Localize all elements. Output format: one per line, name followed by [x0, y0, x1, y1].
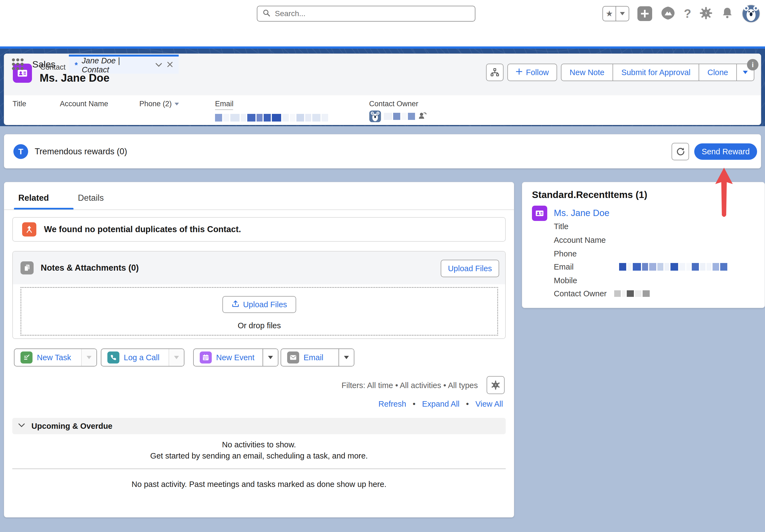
- submit-for-approval-button[interactable]: Submit for Approval: [612, 64, 699, 81]
- new-event-button-group: New Event: [193, 348, 279, 366]
- new-note-button[interactable]: New Note: [561, 64, 612, 81]
- recent-item-link[interactable]: Ms. Jane Doe: [554, 208, 609, 218]
- recent-items-title: Standard.RecentItems (1): [532, 189, 647, 200]
- plus-icon: [515, 68, 523, 77]
- email-dropdown[interactable]: [339, 349, 354, 366]
- duplicates-alert: We found no potential duplicates of this…: [12, 217, 506, 242]
- field-phone-label: Phone (2): [139, 100, 172, 108]
- notes-title: Notes & Attachments (0): [41, 252, 139, 284]
- separator-dot: •: [466, 399, 469, 408]
- sidebar-email-redacted: [619, 263, 727, 270]
- calendar-icon: [200, 351, 212, 363]
- field-phone[interactable]: Phone (2): [139, 100, 179, 108]
- upcoming-overdue-title: Upcoming & Overdue: [31, 422, 113, 431]
- tab-label: Jane Doe | Contact: [82, 56, 149, 74]
- favorites-dropdown-icon[interactable]: [615, 7, 629, 21]
- tremendous-logo-icon: T: [13, 144, 28, 159]
- global-actions-add-icon[interactable]: [637, 6, 652, 21]
- search-icon: [262, 9, 271, 19]
- new-task-dropdown[interactable]: [81, 349, 96, 366]
- rewards-panel-title: Tremendous rewards (0): [35, 134, 127, 169]
- new-task-button-group: New Task: [14, 348, 97, 366]
- change-owner-icon[interactable]: [418, 111, 427, 122]
- tab-related[interactable]: Related: [18, 193, 49, 203]
- search-input[interactable]: [275, 9, 470, 18]
- phone-icon: [107, 351, 119, 363]
- owner-avatar: [369, 110, 381, 122]
- merge-duplicates-icon: [22, 222, 36, 237]
- email-label: Email: [304, 353, 324, 362]
- tab-jane-doe-contact[interactable]: * Jane Doe | Contact: [69, 55, 179, 74]
- upload-files-button[interactable]: Upload Files: [441, 260, 499, 277]
- contact-entity-icon-small: [532, 206, 547, 221]
- sidebar-owner-label: Contact Owner: [554, 289, 606, 298]
- new-task-label: New Task: [37, 353, 71, 362]
- record-button-group: New Note Submit for Approval Clone: [561, 64, 754, 81]
- view-all-link[interactable]: View All: [475, 399, 503, 408]
- unsaved-marker: *: [74, 61, 77, 70]
- new-event-dropdown[interactable]: [263, 349, 278, 366]
- org-chart-button[interactable]: [486, 64, 503, 81]
- tab-close-icon[interactable]: [167, 61, 173, 70]
- header-icon-group: ★ ?: [602, 0, 760, 27]
- notifications-bell-icon[interactable]: [721, 7, 734, 21]
- email-button[interactable]: Email: [281, 349, 339, 366]
- log-call-dropdown[interactable]: [169, 349, 184, 366]
- new-event-button[interactable]: New Event: [194, 349, 263, 366]
- clone-button[interactable]: Clone: [699, 64, 736, 81]
- setup-gear-icon[interactable]: [699, 7, 713, 21]
- no-activities-text: No activities to show.: [4, 440, 514, 449]
- expand-all-link[interactable]: Expand All: [422, 399, 459, 408]
- follow-label: Follow: [526, 68, 549, 77]
- owner-redacted-value: [384, 113, 415, 120]
- help-icon[interactable]: ?: [684, 7, 691, 20]
- record-detail-card: Related Details We found no potential du…: [4, 182, 514, 518]
- new-task-button[interactable]: New Task: [14, 349, 81, 366]
- sidebar-mobile-label: Mobile: [554, 276, 577, 285]
- tab-chevron-down-icon[interactable]: [155, 61, 162, 70]
- send-reward-button[interactable]: Send Reward: [694, 143, 757, 160]
- dropzone-upload-button[interactable]: Upload Files: [222, 296, 296, 313]
- field-account-label: Account Name: [60, 100, 108, 108]
- section-chevron-down-icon[interactable]: [18, 423, 25, 429]
- refresh-link[interactable]: Refresh: [379, 399, 406, 408]
- log-call-button-group: Log a Call: [101, 348, 185, 366]
- favorites-star-icon[interactable]: ★: [603, 7, 615, 21]
- workspace-tab-bar: Sales * Jane Doe | Contact i: [0, 27, 765, 46]
- activity-links: Refresh • Expand All • View All: [379, 399, 503, 408]
- tabs-divider: [4, 210, 514, 210]
- favorites-button[interactable]: ★: [602, 6, 629, 21]
- duplicates-message: We found no potential duplicates of this…: [44, 225, 241, 234]
- sidebar-title-label: Title: [554, 222, 568, 231]
- no-past-activity-text: No past activity. Past meetings and task…: [4, 480, 514, 489]
- global-search[interactable]: [257, 6, 475, 22]
- email-underline: [215, 109, 233, 110]
- app-name[interactable]: Sales: [32, 55, 55, 74]
- user-avatar[interactable]: [742, 5, 760, 23]
- notes-icon: [20, 262, 34, 274]
- dropzone-upload-label: Upload Files: [243, 300, 287, 309]
- tab-details[interactable]: Details: [78, 193, 104, 203]
- activity-filters-summary[interactable]: Filters: All time • All activities • All…: [342, 381, 478, 390]
- field-email: Email: [215, 100, 328, 122]
- log-a-call-button[interactable]: Log a Call: [101, 349, 169, 366]
- annotation-arrow: [715, 167, 733, 222]
- tremendous-rewards-panel: T Tremendous rewards (0) Send Reward: [4, 134, 761, 169]
- file-dropzone[interactable]: Upload Files Or drop files: [20, 287, 498, 336]
- activity-settings-button[interactable]: [486, 376, 505, 394]
- app-launcher-icon[interactable]: [11, 57, 25, 72]
- record-action-buttons: Follow New Note Submit for Approval Clon…: [486, 64, 754, 81]
- global-header: ★ ?: [0, 0, 765, 27]
- upcoming-overdue-section[interactable]: Upcoming & Overdue: [12, 418, 506, 434]
- follow-button[interactable]: Follow: [507, 64, 557, 81]
- new-event-label: New Event: [216, 353, 254, 362]
- log-a-call-label: Log a Call: [124, 353, 160, 362]
- sidebar-account-label: Account Name: [554, 236, 606, 245]
- refresh-button[interactable]: [672, 143, 689, 160]
- phone-dropdown-icon[interactable]: [175, 103, 179, 105]
- field-owner-label: Contact Owner: [369, 100, 418, 108]
- field-title: Title: [13, 100, 26, 108]
- info-icon[interactable]: i: [747, 59, 758, 71]
- upload-icon: [232, 299, 240, 310]
- trailhead-icon[interactable]: [660, 5, 676, 22]
